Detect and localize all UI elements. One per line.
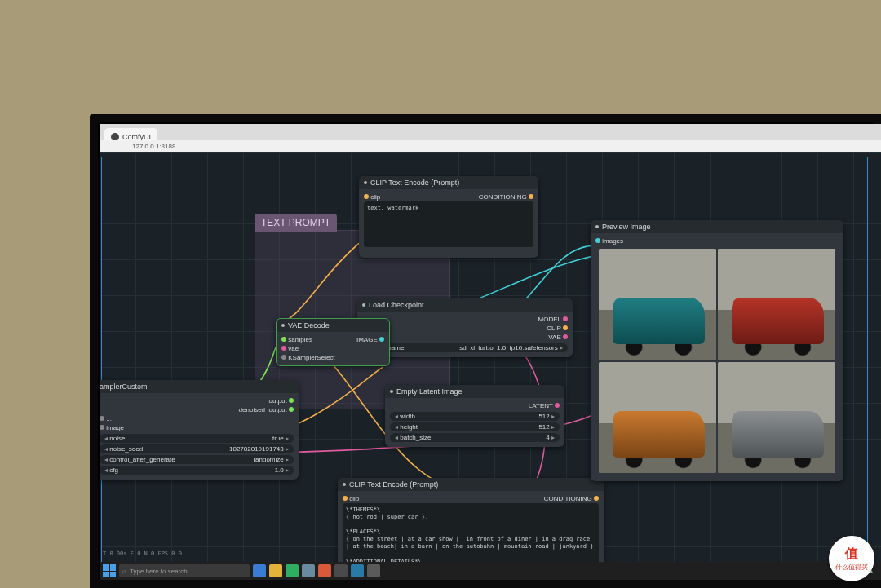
smzdm-watermark: 值 什么值得买 xyxy=(829,536,874,581)
search-placeholder: Type here to search xyxy=(130,568,188,575)
node-header[interactable]: Empty Latent Image xyxy=(385,385,564,398)
output-clip[interactable]: CLIP xyxy=(547,325,561,332)
canvas-stats: T 0.00s F 0 N 0 FPS 0.0 xyxy=(103,550,182,557)
taskbar-icon[interactable] xyxy=(318,564,331,577)
node-title: Load Checkpoint xyxy=(369,301,424,309)
preview-thumb[interactable] xyxy=(718,362,835,474)
taskbar-search[interactable]: ⌕ Type here to search xyxy=(119,564,250,577)
input-clip[interactable]: clip xyxy=(349,495,359,502)
batch-size-field[interactable]: batch_size4 xyxy=(390,433,560,442)
height-field[interactable]: height512 xyxy=(390,422,560,431)
node-header[interactable]: amplerCustom xyxy=(100,380,299,393)
node-header[interactable]: VAE Decode xyxy=(277,319,389,332)
node-title: CLIP Text Encode (Prompt) xyxy=(349,480,438,489)
node-title: CLIP Text Encode (Prompt) xyxy=(370,179,459,187)
monitor-bezel: ComfyUI 127.0.0.1:8188 TEXT PROMPT xyxy=(90,114,881,588)
node-header[interactable]: Preview Image xyxy=(591,220,843,233)
input-clip[interactable]: clip xyxy=(370,193,380,201)
url-text: 127.0.0.1:8188 xyxy=(132,143,175,150)
input-ksampler[interactable]: KSamplerSelect xyxy=(288,354,334,361)
node-sampler-custom[interactable]: amplerCustom output denoised_output ... … xyxy=(100,380,299,480)
output-vae[interactable]: VAE xyxy=(548,334,560,341)
browser-chrome: ComfyUI 127.0.0.1:8188 xyxy=(100,124,881,150)
node-title: VAE Decode xyxy=(288,321,330,329)
node-header[interactable]: CLIP Text Encode (Prompt) xyxy=(338,478,604,491)
screen: ComfyUI 127.0.0.1:8188 TEXT PROMPT xyxy=(100,124,881,580)
node-title: Preview Image xyxy=(602,223,651,231)
preview-thumb[interactable] xyxy=(718,249,835,360)
node-title: Empty Latent Image xyxy=(396,387,463,396)
output-output[interactable]: output xyxy=(269,397,287,405)
start-button[interactable] xyxy=(103,564,116,577)
output-image[interactable]: IMAGE xyxy=(356,336,378,343)
input-images[interactable]: images xyxy=(602,237,623,245)
node-empty-latent-image[interactable]: Empty Latent Image LATENT width512 heigh… xyxy=(385,385,564,447)
preview-thumb[interactable] xyxy=(599,362,716,474)
taskbar-icon[interactable] xyxy=(334,564,348,577)
search-icon: ⌕ xyxy=(122,568,126,575)
input-samples[interactable]: samples xyxy=(288,336,312,343)
node-clip-text-encode-neg[interactable]: CLIP Text Encode (Prompt) clip CONDITION… xyxy=(359,176,538,258)
cfg-field[interactable]: cfg1.0 xyxy=(100,466,294,475)
node-header[interactable]: CLIP Text Encode (Prompt) xyxy=(359,176,538,189)
width-field[interactable]: width512 xyxy=(390,412,560,421)
noise-field[interactable]: noisetrue xyxy=(100,434,294,443)
taskbar-icon[interactable] xyxy=(367,564,380,577)
output-conditioning[interactable]: CONDITIONING xyxy=(479,193,527,201)
address-bar[interactable]: 127.0.0.1:8188 xyxy=(100,140,881,152)
taskbar-icon[interactable] xyxy=(302,564,315,577)
preview-grid xyxy=(595,245,839,476)
taskbar-icon[interactable] xyxy=(269,564,282,577)
node-header[interactable]: Load Checkpoint xyxy=(357,298,573,312)
taskbar-icon[interactable] xyxy=(286,564,299,577)
prompt-textarea[interactable]: text, watermark xyxy=(364,201,533,247)
group-label[interactable]: TEXT PROMPT xyxy=(255,214,337,232)
output-model[interactable]: MODEL xyxy=(538,316,561,323)
output-latent[interactable]: LATENT xyxy=(529,402,553,409)
taskbar-icon[interactable] xyxy=(253,564,266,577)
node-title: amplerCustom xyxy=(100,382,148,391)
noise-seed-field[interactable]: noise_seed102782019191743 xyxy=(100,444,294,453)
output-conditioning[interactable]: CONDITIONING xyxy=(544,495,592,502)
control-after-generate-field[interactable]: control_after_generaterandomize xyxy=(100,455,294,464)
node-vae-decode[interactable]: VAE Decode samples IMAGE vae KSamplerSel… xyxy=(276,318,390,366)
output-denoised[interactable]: denoised_output xyxy=(239,406,287,413)
node-preview-image[interactable]: Preview Image images xyxy=(591,220,843,481)
input-vae[interactable]: vae xyxy=(288,345,299,352)
ckpt-name-field[interactable]: ckpt_name sd_xl_turbo_1.0_fp16.safetenso… xyxy=(362,343,568,352)
taskbar-icon[interactable] xyxy=(351,564,364,577)
taskbar[interactable]: ⌕ Type here to search ▲ xyxy=(100,562,881,580)
preview-thumb[interactable] xyxy=(599,249,716,360)
node-canvas[interactable]: TEXT PROMPT CLIP Text Encode (Prompt) xyxy=(100,152,881,562)
